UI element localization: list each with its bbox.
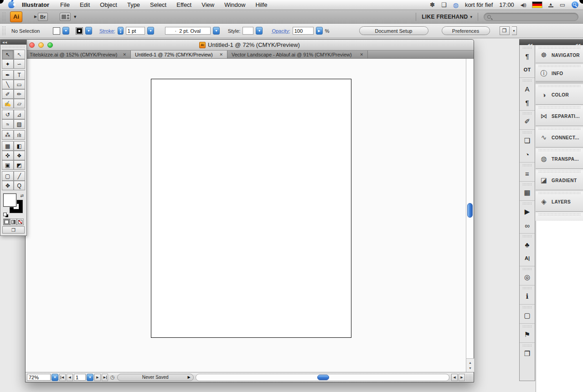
- transform-panel-icon[interactable]: ❏: [520, 134, 535, 148]
- color-button[interactable]: [3, 219, 10, 225]
- user-switch-menu[interactable]: kort för fief: [465, 1, 493, 8]
- panel-grip[interactable]: [538, 192, 580, 194]
- type-tool[interactable]: T: [14, 70, 26, 80]
- menu-object[interactable]: Object: [95, 1, 122, 8]
- menu-view[interactable]: View: [196, 1, 219, 8]
- navigator-panel-button[interactable]: ☸ NAVIGATOR: [536, 46, 583, 63]
- spotlight-icon[interactable]: [572, 1, 578, 8]
- panel-group-grip[interactable]: [522, 268, 532, 270]
- scroll-right-button[interactable]: ▶: [459, 374, 465, 381]
- toolbar-grip[interactable]: [2, 46, 25, 49]
- menu-effect[interactable]: Effect: [171, 1, 196, 8]
- graphic-styles-panel-icon[interactable]: ◎: [520, 270, 535, 284]
- live-paint-bucket-tool[interactable]: ▣: [2, 160, 14, 170]
- rectangle-tool[interactable]: ▭: [14, 80, 26, 89]
- align-panel-icon[interactable]: ❐: [520, 347, 535, 361]
- style-dropdown-button[interactable]: ▼: [256, 27, 263, 35]
- controlbar-grip[interactable]: [2, 26, 5, 36]
- default-fill-stroke-icon[interactable]: [3, 213, 7, 216]
- stepper-down-icon[interactable]: ▼: [119, 31, 122, 34]
- layers-panel-button[interactable]: ◈ LAYERS: [536, 192, 583, 212]
- artboard-panel-icon[interactable]: ▢: [520, 309, 535, 322]
- fill-color-dropdown-button[interactable]: ▼: [62, 27, 69, 35]
- eyedropper-tool[interactable]: ✜: [2, 151, 14, 160]
- gradient-panel-button[interactable]: ◪ GRADIENT: [536, 170, 583, 190]
- symbols-panel-icon[interactable]: ♣: [520, 238, 535, 251]
- screen-mode-button[interactable]: ❐: [2, 226, 25, 234]
- globe-menu-extra-icon[interactable]: ◍: [453, 0, 459, 10]
- menu-help[interactable]: Hilfe: [250, 1, 272, 8]
- zoom-window-button[interactable]: [47, 42, 53, 48]
- lasso-tool[interactable]: ∽: [14, 59, 26, 69]
- search-input[interactable]: [484, 13, 578, 21]
- crop-area-tool[interactable]: ▢: [2, 171, 14, 181]
- opacity-dropdown-button[interactable]: ▶: [316, 27, 323, 35]
- document-info-panel-icon[interactable]: ℹ: [520, 290, 535, 303]
- previous-page-button[interactable]: ◀: [67, 374, 73, 381]
- menu-type[interactable]: Type: [122, 1, 145, 8]
- panel-group-grip[interactable]: [522, 344, 532, 346]
- swap-fill-stroke-icon[interactable]: ⇄: [20, 193, 24, 198]
- symbol-sprayer-tool[interactable]: ⁂: [2, 130, 14, 140]
- style-field[interactable]: [242, 27, 253, 35]
- go-to-bridge-button[interactable]: ▶ Br: [34, 13, 48, 21]
- menu-window[interactable]: Window: [219, 1, 250, 8]
- artboard[interactable]: [151, 79, 351, 338]
- zoom-tool[interactable]: Q: [14, 181, 26, 190]
- rotate-tool[interactable]: ↺: [2, 110, 14, 119]
- none-button[interactable]: [17, 219, 24, 225]
- actions-panel-icon[interactable]: ▶: [520, 205, 535, 219]
- panel-group-grip[interactable]: [522, 287, 532, 289]
- column-graph-tool[interactable]: ılı: [14, 130, 26, 140]
- panel-group-grip[interactable]: [522, 325, 532, 327]
- panel-group-grip[interactable]: [522, 112, 532, 114]
- vertical-scrollbar[interactable]: ▲ ▼: [466, 59, 474, 372]
- line-segment-tool[interactable]: ╲: [2, 80, 14, 89]
- free-transform-tool[interactable]: ▧: [14, 119, 26, 129]
- menu-edit[interactable]: Edit: [75, 1, 95, 8]
- pen-tool[interactable]: ✒: [2, 70, 14, 80]
- menu-select[interactable]: Select: [145, 1, 171, 8]
- warp-tool[interactable]: ≈: [2, 119, 14, 129]
- paintbrush-tool[interactable]: ✐: [2, 89, 14, 99]
- scale-tool[interactable]: ⊿: [14, 110, 26, 119]
- blob-brush-tool[interactable]: ✍: [2, 99, 14, 108]
- paragraph-styles-panel-icon[interactable]: ¶: [520, 96, 535, 109]
- stroke-color-dropdown-button[interactable]: ▼: [85, 27, 92, 35]
- gradient-button[interactable]: [10, 219, 17, 225]
- status-menu-arrow-icon[interactable]: ▶: [187, 375, 190, 379]
- opacity-panel-link[interactable]: Opacity:: [272, 28, 290, 34]
- opentype-panel-icon[interactable]: OT: [520, 63, 535, 76]
- color-panel-button[interactable]: ◑ COLOR: [536, 85, 583, 105]
- eraser-tool[interactable]: ▱: [14, 99, 26, 108]
- stroke-color-swatch[interactable]: [76, 27, 83, 35]
- first-page-button[interactable]: ◀: [59, 374, 66, 381]
- panel-grip[interactable]: [538, 213, 580, 215]
- close-window-button[interactable]: [29, 42, 35, 48]
- eject-icon[interactable]: ▲: [548, 2, 553, 7]
- zoom-level-field[interactable]: [27, 374, 51, 381]
- page-number-field[interactable]: [74, 374, 86, 381]
- stroke-panel-icon[interactable]: ≡: [520, 167, 535, 180]
- stroke-weight-dropdown-button[interactable]: ▼: [147, 27, 154, 35]
- minimize-window-button[interactable]: [38, 42, 44, 48]
- brush-definition-field[interactable]: · 2 pt. Oval: [165, 27, 211, 35]
- document-setup-button[interactable]: Document Setup: [359, 26, 428, 35]
- paw-menu-extra-icon[interactable]: ✽: [430, 0, 435, 10]
- selection-tool[interactable]: ↖: [2, 50, 14, 59]
- panel-group-grip[interactable]: [522, 183, 532, 185]
- mesh-tool[interactable]: ▦: [2, 141, 14, 151]
- last-page-button[interactable]: ▶: [102, 374, 108, 381]
- direct-selection-tool[interactable]: ↖: [14, 50, 26, 59]
- brush-dropdown-button[interactable]: ▼: [213, 27, 220, 35]
- select-similar-dropdown-button[interactable]: ▼: [512, 26, 517, 35]
- paragraph-panel-icon[interactable]: ¶: [520, 49, 535, 63]
- apple-menu-icon[interactable]: [8, 1, 15, 8]
- panel-grip[interactable]: [538, 106, 580, 108]
- tab-titelskizze[interactable]: Titelskizze.ai @ 152% (CMYK/Preview) ✕: [26, 51, 131, 58]
- panel-group-grip[interactable]: [522, 306, 532, 308]
- panel-grip[interactable]: [538, 46, 580, 49]
- tab-untitled-1[interactable]: Untitled-1 @ 72% (CMYK/Preview) ✕: [131, 51, 227, 58]
- panel-group-grip[interactable]: [522, 46, 532, 49]
- input-language-flag-icon[interactable]: [532, 2, 542, 8]
